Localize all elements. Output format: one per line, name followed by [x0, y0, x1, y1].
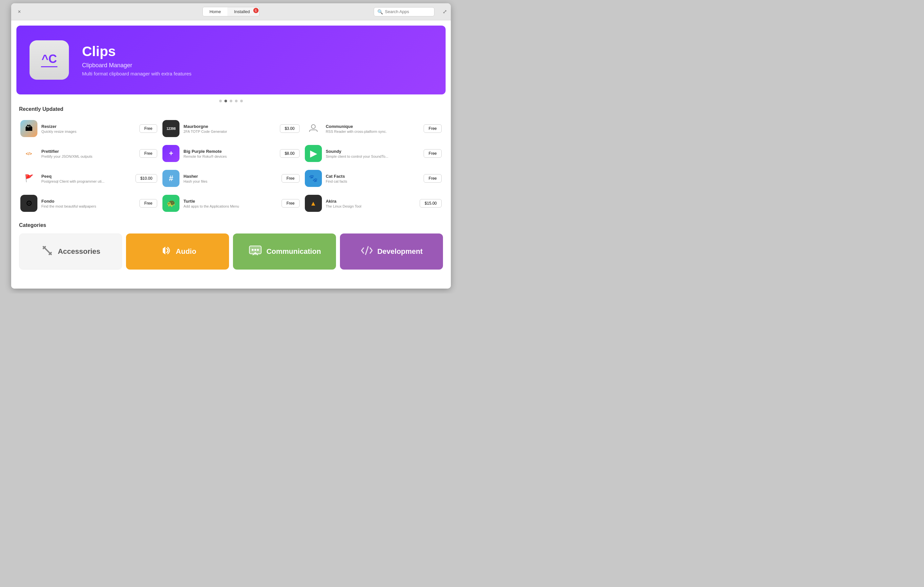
category-icon [248, 243, 262, 260]
search-box[interactable]: 🔍 [374, 7, 434, 16]
app-description: 2FA TOTP Code Generator [183, 130, 276, 133]
list-item[interactable]: 🚩 Peeq Postgresql Client with programmer… [19, 167, 158, 189]
app-icon: </> [20, 145, 37, 162]
app-name: Maurborgne [183, 124, 276, 129]
app-icon: + [162, 145, 180, 162]
list-item[interactable]: ⊙ Fondo Find the most beautiful wallpape… [19, 192, 158, 214]
app-name: Cat Facts [326, 174, 420, 179]
app-info: Cat Facts Find cat facts [326, 174, 420, 183]
hero-icon-underline [41, 66, 58, 67]
dot-2[interactable] [224, 100, 227, 102]
app-info: Resizer Quickly resize images [41, 124, 135, 133]
close-button[interactable]: × [16, 9, 22, 15]
list-item[interactable]: Communique RSS Reader with cross-platfor… [304, 117, 443, 140]
recently-updated-title: Recently Updated [19, 106, 443, 112]
svg-point-5 [252, 249, 254, 251]
list-item[interactable]: ▶ Soundy Simple client to control your S… [304, 142, 443, 164]
apps-grid: 🏔 Resizer Quickly resize images Free 123… [19, 117, 443, 214]
svg-point-6 [254, 249, 256, 251]
tab-home[interactable]: Home [203, 7, 228, 16]
app-price-button[interactable]: $15.00 [420, 199, 442, 207]
app-icon: ⊙ [20, 195, 37, 212]
category-icon [159, 244, 172, 260]
app-name: Prettifier [41, 149, 135, 154]
hero-banner[interactable]: ^C Clips Clipboard Manager Multi format … [16, 26, 446, 94]
app-price-button[interactable]: Free [424, 149, 442, 158]
app-price-button[interactable]: Free [139, 124, 157, 133]
app-description: Simple client to control your SoundTo... [326, 155, 420, 158]
fullscreen-button[interactable]: ⤢ [443, 8, 447, 15]
hero-icon-label: ^C [41, 53, 57, 65]
app-name: Peeq [41, 174, 132, 179]
app-name: Fondo [41, 199, 135, 204]
app-name: Akira [326, 199, 416, 204]
list-item[interactable]: </> Prettifier Prettify your JSON/XML ou… [19, 142, 158, 164]
app-name: Hasher [183, 174, 277, 179]
hero-text-area: Clips Clipboard Manager Multi format cli… [82, 44, 191, 76]
category-label: Accessories [58, 247, 101, 256]
app-name: Turtle [183, 199, 277, 204]
app-info: Prettifier Prettify your JSON/XML output… [41, 149, 135, 158]
category-audio[interactable]: Audio [126, 233, 229, 270]
app-icon: 🚩 [20, 170, 37, 187]
app-icon [305, 120, 322, 137]
hero-app-icon: ^C [30, 40, 69, 80]
category-accessories[interactable]: Accessories [19, 233, 122, 270]
search-input[interactable] [385, 9, 431, 14]
list-item[interactable]: ▲ Akira The Linux Design Tool $15.00 [304, 192, 443, 214]
app-info: Soundy Simple client to control your Sou… [326, 149, 420, 158]
app-icon: 🐾 [305, 170, 322, 187]
app-price-button[interactable]: $10.00 [135, 174, 157, 183]
app-price-button[interactable]: $3.00 [280, 124, 300, 133]
app-info: Turtle Add apps to the Applications Menu [183, 199, 277, 208]
main-content: ^C Clips Clipboard Manager Multi format … [11, 20, 451, 289]
dot-5[interactable] [240, 100, 243, 102]
app-price-button[interactable]: Free [139, 149, 157, 158]
app-info: Akira The Linux Design Tool [326, 199, 416, 208]
app-description: Postgresql Client with programmer uti... [41, 179, 132, 183]
category-label: Communication [266, 247, 321, 256]
category-communication[interactable]: Communication [233, 233, 336, 270]
app-description: The Linux Design Tool [326, 204, 416, 208]
list-item[interactable]: 12398 Maurborgne 2FA TOTP Code Generator… [161, 117, 300, 140]
app-icon: # [162, 170, 180, 187]
recently-updated-section: Recently Updated 🏔 Resizer Quickly resiz… [11, 106, 451, 214]
hero-app-name: Clips [82, 44, 191, 59]
app-price-button[interactable]: Free [139, 199, 157, 207]
app-window: × Home Installed 6 🔍 ⤢ ^C Clips [11, 3, 451, 289]
list-item[interactable]: + Big Purple Remote Remote for Roku® dev… [161, 142, 300, 164]
dot-3[interactable] [230, 100, 232, 102]
app-price-button[interactable]: Free [424, 174, 442, 183]
app-description: Prettify your JSON/XML outputs [41, 155, 135, 158]
app-info: Communique RSS Reader with cross-platfor… [326, 124, 420, 133]
app-price-button[interactable]: Free [282, 174, 300, 183]
svg-line-8 [366, 247, 368, 255]
list-item[interactable]: # Hasher Hash your files Free [161, 167, 300, 189]
category-development[interactable]: Development [340, 233, 443, 270]
list-item[interactable]: 🐾 Cat Facts Find cat facts Free [304, 167, 443, 189]
tab-installed[interactable]: Installed 6 [228, 7, 259, 16]
categories-title: Categories [19, 222, 443, 228]
app-description: Quickly resize images [41, 130, 135, 133]
list-item[interactable]: 🐢 Turtle Add apps to the Applications Me… [161, 192, 300, 214]
app-icon: 🐢 [162, 195, 180, 212]
app-icon: 12398 [162, 120, 180, 137]
app-info: Hasher Hash your files [183, 174, 277, 183]
list-item[interactable]: 🏔 Resizer Quickly resize images Free [19, 117, 158, 140]
categories-section: Categories Accessories Audio Communicati… [11, 222, 451, 270]
app-description: Add apps to the Applications Menu [183, 204, 277, 208]
category-label: Development [377, 247, 422, 256]
app-price-button[interactable]: $8.00 [280, 149, 300, 158]
dot-1[interactable] [219, 100, 222, 102]
search-icon: 🔍 [377, 9, 383, 15]
tab-bar: Home Installed 6 [203, 7, 259, 16]
app-name: Communique [326, 124, 420, 129]
app-icon: ▶ [305, 145, 322, 162]
categories-grid: Accessories Audio Communication Developm… [19, 233, 443, 270]
app-price-button[interactable]: Free [424, 124, 442, 133]
app-price-button[interactable]: Free [282, 199, 300, 207]
category-label: Audio [176, 247, 196, 256]
app-name: Soundy [326, 149, 420, 154]
dot-4[interactable] [235, 100, 238, 102]
app-icon: 🏔 [20, 120, 37, 137]
